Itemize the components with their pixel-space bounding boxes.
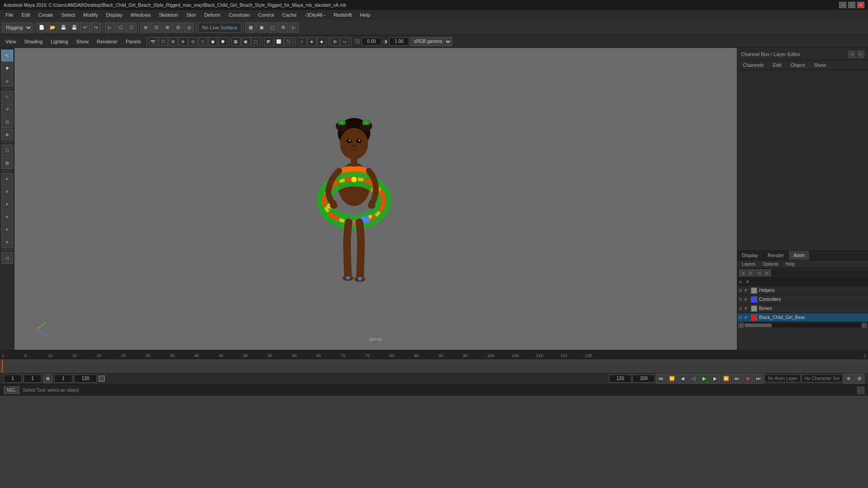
btn-play-fwd[interactable]: ▶ <box>699 374 709 384</box>
tool-layer[interactable]: ≡ <box>1 173 13 185</box>
minimize-button[interactable]: ─ <box>839 2 846 8</box>
maximize-button[interactable]: □ <box>848 2 855 8</box>
view-btn-shadow[interactable]: ◩ <box>264 37 274 46</box>
tb-sel2[interactable]: ⬡ <box>116 23 126 33</box>
tool-extra[interactable]: ◁ <box>1 252 13 264</box>
view-btn-res2[interactable]: ◈ <box>307 37 316 46</box>
tool-layer6[interactable]: ≡ <box>1 236 13 248</box>
layers-scrollbar[interactable]: ◁ ▷ <box>737 322 868 328</box>
tb-render2[interactable]: ▣ <box>256 23 266 33</box>
subtab-layers[interactable]: Layers <box>739 261 758 267</box>
menu-create[interactable]: Create <box>35 11 57 19</box>
view-btn-sel[interactable]: ⬡ <box>159 37 168 46</box>
gamma-value[interactable]: 1.00 <box>389 38 409 46</box>
view-btn-poly[interactable]: ◻ <box>198 37 208 46</box>
timeline-content[interactable] <box>0 359 868 373</box>
menu-3dtall[interactable]: -3DtoAll - <box>301 11 329 19</box>
tool-move[interactable]: ⊹ <box>1 91 13 103</box>
tab-display[interactable]: Display <box>737 251 763 260</box>
no-char-set[interactable]: No Character Set <box>802 375 843 382</box>
btn-step-back[interactable]: ◀ <box>678 374 688 384</box>
tb-snap3[interactable]: ⊞ <box>162 23 172 33</box>
menu-windows[interactable]: Windows <box>127 11 155 19</box>
view-btn-deform[interactable]: ⬣ <box>218 37 227 46</box>
btn-record[interactable]: ⏺ <box>743 374 753 384</box>
range-type[interactable]: ▦ <box>43 374 52 383</box>
btn-go-end[interactable]: ⏭ <box>732 374 742 384</box>
tab-edit[interactable]: Edit <box>769 61 785 69</box>
view-btn-shade[interactable]: ▣ <box>241 37 250 46</box>
range-type-2[interactable]: ⬛ <box>99 375 105 382</box>
layer-ctrl-2[interactable]: ▷ <box>747 269 755 277</box>
current-frame[interactable] <box>24 375 42 383</box>
gamma-select[interactable]: sRGB gamma <box>410 37 452 46</box>
tb-render3[interactable]: ▢ <box>267 23 277 33</box>
exposure-value[interactable]: 0.00 <box>362 38 382 46</box>
layer-row-bones[interactable]: V P Bones <box>737 304 868 313</box>
header-icon-2[interactable]: ▷ <box>857 51 864 58</box>
tb-sel3[interactable]: ⬡ <box>127 23 137 33</box>
layer-row-helpers[interactable]: V P Helpers <box>737 286 868 295</box>
char-set-btn-1[interactable]: ⊕ <box>844 374 854 384</box>
view-btn-subdiv[interactable]: ◼ <box>208 37 217 46</box>
scroll-left[interactable]: ◁ <box>738 323 744 328</box>
tb-open[interactable]: 📂 <box>47 23 57 33</box>
view-menu-renderer[interactable]: Renderer <box>93 38 121 45</box>
tool-layer3[interactable]: ≡ <box>1 198 13 210</box>
viewport[interactable]: persp x y z <box>14 48 737 350</box>
tool-soft[interactable]: ⬡ <box>1 145 13 156</box>
tool-layer4[interactable]: ≡ <box>1 211 13 223</box>
layer-ctrl-3[interactable]: ◁ <box>755 269 763 277</box>
tool-universal[interactable]: ⊕ <box>1 129 13 141</box>
view-btn-grid[interactable]: ⊞ <box>169 37 178 46</box>
view-btn-res3[interactable]: ◆ <box>317 37 326 46</box>
tool-rotate[interactable]: ↺ <box>1 103 13 115</box>
view-menu-lighting[interactable]: Lighting <box>47 38 72 45</box>
layer-ctrl-1[interactable]: ◁ <box>739 269 746 277</box>
view-btn-nurbs[interactable]: ◎ <box>189 37 198 46</box>
tab-render[interactable]: Render <box>763 251 789 260</box>
header-icon-1[interactable]: ◁ <box>848 51 855 58</box>
view-btn-res1[interactable]: ◇ <box>297 37 307 46</box>
btn-go-start[interactable]: ⏮ <box>656 374 666 384</box>
btn-auto-key[interactable]: ⏭ <box>754 374 764 384</box>
scroll-right[interactable]: ▷ <box>862 323 867 328</box>
layer-row-main[interactable]: V P Black_Child_Girl_Beac <box>737 313 868 322</box>
tool-layer5[interactable]: ≡ <box>1 224 13 235</box>
view-btn-shade2[interactable]: ▢ <box>251 37 260 46</box>
anim-range-input-2[interactable] <box>632 375 655 383</box>
subtab-options[interactable]: Options <box>760 261 781 267</box>
view-menu-panels[interactable]: Panels <box>122 38 145 45</box>
menu-help[interactable]: Help <box>356 11 374 19</box>
tb-new[interactable]: 📄 <box>37 23 47 33</box>
current-frame-start[interactable] <box>4 375 22 383</box>
menu-skeleton[interactable]: Skeleton <box>155 11 182 19</box>
view-btn-wire[interactable]: ▦ <box>231 37 241 46</box>
view-btn-xray[interactable]: ⬜ <box>274 37 283 46</box>
menu-redshift[interactable]: Redshift <box>330 11 355 19</box>
btn-next-key[interactable]: ⏩ <box>721 374 731 384</box>
btn-go-prev-key[interactable]: ⏪ <box>667 374 677 384</box>
tool-scale[interactable]: ⊡ <box>1 116 13 128</box>
menu-constrain[interactable]: Constrain <box>225 11 254 19</box>
tab-object[interactable]: Object <box>787 61 808 69</box>
menu-skin[interactable]: Skin <box>183 11 199 19</box>
tool-select[interactable]: ↖ <box>1 50 13 61</box>
tb-sel[interactable]: ▷ <box>105 23 115 33</box>
no-anim-layer[interactable]: No Anim Layer <box>764 375 801 382</box>
scroll-track[interactable] <box>745 324 861 327</box>
menu-display[interactable]: Display <box>103 11 126 19</box>
tb-render5[interactable]: ▷ <box>289 23 299 33</box>
menu-deform[interactable]: Deform <box>201 11 224 19</box>
menu-cache[interactable]: Cache <box>278 11 300 19</box>
menu-select[interactable]: Select <box>58 11 79 19</box>
tool-lasso[interactable]: ✦ <box>1 62 13 74</box>
frame-range-end[interactable] <box>74 375 97 383</box>
tool-paint[interactable]: ⟡ <box>1 75 13 87</box>
tb-snap2[interactable]: ⊡ <box>151 23 161 33</box>
view-btn-iso[interactable]: ⬛ <box>284 37 293 46</box>
view-menu-view[interactable]: View <box>2 38 20 45</box>
tb-save-as[interactable]: 💾 <box>69 23 79 33</box>
tb-render1[interactable]: ▦ <box>245 23 255 33</box>
layer-ctrl-4[interactable]: ▷ <box>764 269 771 277</box>
